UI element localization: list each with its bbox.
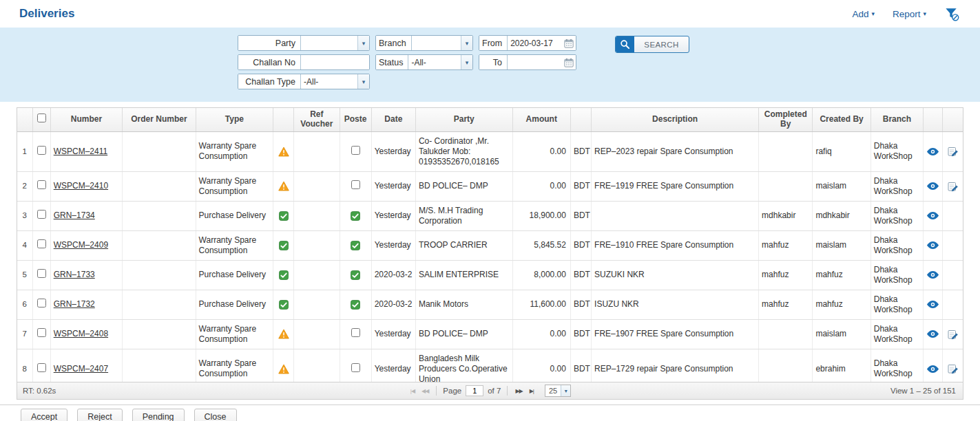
from-date-input[interactable]: 2020-03-17 [507,36,576,50]
cell-status [273,290,294,319]
cell-type: Purchase Delivery [196,201,273,230]
edit-icon[interactable] [948,363,959,374]
edit-icon[interactable] [948,181,959,192]
edit-icon[interactable] [948,329,959,340]
from-label: From [479,36,507,50]
page-input[interactable] [466,385,483,396]
col-header-type[interactable]: Type [196,108,273,131]
cell-posted [340,290,371,319]
view-icon[interactable] [926,330,939,338]
report-menu[interactable]: Report ▾ [893,9,926,19]
row-checkbox[interactable] [37,210,46,219]
view-icon[interactable] [926,365,939,374]
close-button[interactable]: Close [194,409,237,421]
cell-date: Yesterday [371,201,415,230]
delivery-number-link[interactable]: GRN–1734 [54,210,95,220]
view-icon[interactable] [926,211,939,220]
to-label: To [479,55,507,69]
row-checkbox[interactable] [37,269,46,278]
table-row[interactable]: 4 WSPCM–2409 Warranty Spare Consumption … [17,230,963,260]
delivery-number-link[interactable]: GRN–1733 [54,270,95,279]
status-select[interactable]: -All- ▾ [408,55,472,69]
row-checkbox[interactable] [37,328,46,337]
table-row[interactable]: 5 GRN–1733 Purchase Delivery 2020-03-2 S… [17,260,963,290]
row-checkbox[interactable] [37,180,46,189]
edit-icon[interactable] [948,146,959,157]
row-checkbox[interactable] [37,299,46,307]
add-menu[interactable]: Add ▾ [852,9,875,19]
col-header-created-by[interactable]: Created By [813,108,870,131]
col-header-posted[interactable]: Poste [340,108,371,131]
search-button[interactable]: SEARCH [615,36,689,53]
col-header-description[interactable]: Description [592,108,759,131]
row-checkbox[interactable] [37,239,46,248]
cell-posted [340,319,371,349]
table-row[interactable]: 6 GRN–1732 Purchase Delivery 2020-03-2 M… [17,290,963,319]
view-icon[interactable] [926,241,939,250]
dropdown-caret-icon[interactable]: ▾ [357,74,369,89]
posted-checkbox[interactable] [351,180,360,189]
cell-order-number [123,319,196,349]
delivery-number-link[interactable]: WSPCM–2411 [54,147,107,156]
cell-created-by: mdhkabir [813,201,870,230]
col-header-order-number[interactable]: Order Number [123,108,196,131]
col-header-branch[interactable]: Branch [870,108,923,131]
to-date-input[interactable] [507,55,576,69]
page-size-value: 25 [545,385,561,396]
row-checkbox[interactable] [37,146,46,155]
calendar-icon[interactable] [564,58,574,67]
col-header-number[interactable]: Number [50,108,122,131]
next-page-button[interactable]: ▶▶ [514,388,523,394]
clear-filter-button[interactable] [944,6,962,22]
challan-no-input[interactable] [301,55,369,69]
branch-select[interactable]: ▾ [411,36,472,50]
dropdown-caret-icon[interactable]: ▾ [461,36,472,50]
col-header-ref-voucher[interactable]: Ref Voucher [294,108,340,131]
delivery-number-link[interactable]: GRN–1732 [54,299,95,309]
posted-checkbox[interactable] [351,328,360,337]
dropdown-caret-icon[interactable]: ▾ [357,36,369,50]
first-page-button[interactable]: |◀ [409,388,416,394]
col-header-amount[interactable]: Amount [512,108,570,131]
col-header-completed-by[interactable]: Completed By [759,108,813,131]
cell-index: 4 [17,230,32,260]
row-checkbox[interactable] [37,363,46,372]
posted-checkbox[interactable] [351,363,360,372]
view-icon[interactable] [926,182,939,191]
select-all-checkbox[interactable] [37,114,46,122]
posted-checkbox[interactable] [351,146,360,155]
view-icon[interactable] [926,270,939,279]
view-icon[interactable] [926,147,939,156]
table-row[interactable]: 7 WSPCM–2408 Warranty Spare Consumption … [17,319,963,349]
delivery-number-link[interactable]: WSPCM–2407 [54,364,108,374]
cell-status [273,349,294,382]
last-page-button[interactable]: ▶| [528,388,535,394]
delivery-number-link[interactable]: WSPCM–2409 [54,240,108,250]
table-row[interactable]: 3 GRN–1734 Purchase Delivery Yesterday M… [17,201,963,230]
cell-created-by: maislam [813,319,870,349]
cell-index: 1 [17,131,32,171]
delivery-number-link[interactable]: WSPCM–2408 [54,329,108,338]
cell-currency: BDT [570,201,591,230]
view-icon[interactable] [926,300,939,309]
table-row[interactable]: 8 WSPCM–2407 Warranty Spare Consumption … [17,349,963,382]
accept-button[interactable]: Accept [21,409,67,421]
col-header-party[interactable]: Party [415,108,512,131]
challan-no-field[interactable] [300,55,369,69]
challan-type-select[interactable]: -All- ▾ [300,74,369,89]
calendar-icon[interactable] [564,39,574,48]
dropdown-caret-icon[interactable]: ▾ [461,55,472,69]
party-select[interactable]: ▾ [300,36,369,50]
table-row[interactable]: 1 WSPCM–2411 Warranty Spare Consumption … [17,131,963,171]
cell-edit [943,201,963,230]
cell-branch: Dhaka WorkShop [870,230,923,260]
reject-button[interactable]: Reject [77,409,122,421]
delivery-number-link[interactable]: WSPCM–2410 [54,181,108,191]
cell-branch: Dhaka WorkShop [870,290,923,319]
col-header-date[interactable]: Date [371,108,415,131]
prev-page-button[interactable]: ◀◀ [420,388,430,394]
page-size-select[interactable]: 25 ▾ [545,385,571,397]
pending-button[interactable]: Pending [132,409,185,421]
cell-description: ISUZU NKR [592,290,759,319]
table-row[interactable]: 2 WSPCM–2410 Warranty Spare Consumption … [17,171,963,201]
